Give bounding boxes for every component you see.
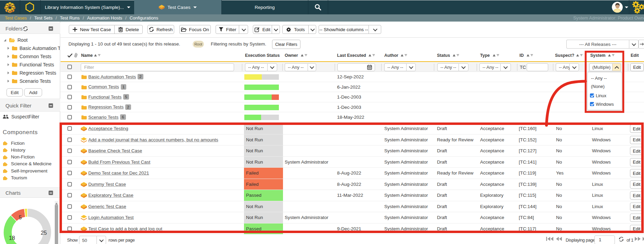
sort-arrows[interactable] [453, 54, 460, 57]
row-edit-button[interactable]: Edit [630, 225, 643, 233]
quick-filter-item[interactable]: SuspectFilter [0, 112, 60, 122]
id-filter-input[interactable] [527, 63, 548, 71]
breadcrumb-item-configurations[interactable]: Configurations [130, 15, 158, 21]
column-header-last-executed[interactable]: Last Executed [337, 53, 366, 58]
system-filter-button[interactable] [612, 63, 621, 71]
first-page-icon[interactable] [546, 237, 553, 241]
suspect-filter[interactable]: -- Any -- [556, 63, 579, 71]
row-edit-button[interactable]: Edit [630, 125, 643, 133]
column-header-id[interactable]: ID [519, 53, 524, 58]
row-checkbox[interactable] [67, 149, 72, 153]
test-case-link[interactable]: Exploratory Test Case [88, 193, 133, 198]
row-checkbox[interactable] [67, 95, 72, 99]
rows-per-page-select[interactable]: 50 [79, 236, 106, 244]
tree-collapsed-caret[interactable] [8, 63, 9, 66]
row-checkbox[interactable] [67, 171, 72, 175]
row-edit-button[interactable]: Edit [630, 136, 643, 144]
column-header-system[interactable]: System [590, 53, 605, 58]
column-header-status[interactable]: Status [437, 53, 450, 58]
sort-arrows[interactable] [369, 54, 376, 57]
row-checkbox[interactable] [67, 204, 72, 209]
tree-item-regression-tests[interactable]: Regression Tests [0, 69, 60, 77]
breadcrumb-item-test-sets[interactable]: Test Sets [34, 15, 52, 21]
test-case-link[interactable]: Baseline Check Test Case [88, 148, 142, 153]
folder-link[interactable]: Functional Tests [88, 94, 121, 100]
edit-button[interactable]: Edit [253, 25, 272, 34]
edit-columns-button[interactable]: Edit [630, 63, 644, 71]
column-header-suspect-[interactable]: Suspect? [555, 53, 574, 58]
tree-collapsed-caret[interactable] [8, 55, 9, 58]
component-item-science-medicine[interactable]: Science & Medicine [0, 160, 60, 167]
sort-arrows[interactable] [527, 54, 534, 57]
status-filter[interactable]: -- Any -- [437, 63, 468, 71]
row-edit-button[interactable]: Edit [630, 203, 643, 211]
test-case-link[interactable]: Demo Test case for Dec 2021 [88, 170, 149, 176]
component-item-non-fiction[interactable]: Non-Fiction [0, 154, 60, 160]
row-checkbox[interactable] [67, 105, 72, 110]
test-case-link[interactable]: Add a model journal that has account num… [88, 137, 218, 142]
show-hide-columns-select[interactable]: -- Show/hide columns -- [319, 25, 369, 34]
filter-button[interactable]: Filter [216, 25, 239, 34]
tree-expanded-caret[interactable] [3, 39, 7, 42]
refresh-page-icon[interactable] [619, 237, 624, 242]
rows-per-page-button[interactable] [96, 236, 106, 244]
release-filter[interactable]: --- All Releases --- [566, 40, 639, 49]
row-checkbox[interactable] [67, 75, 72, 79]
app-logo[interactable] [4, 1, 16, 14]
select-all-check-icon[interactable] [67, 53, 73, 57]
component-item-self-improvement[interactable]: Self-Improvement [0, 167, 60, 174]
row-edit-button[interactable]: Edit [630, 191, 643, 200]
admin-gears-icon[interactable] [632, 1, 644, 14]
sort-arrows[interactable] [94, 54, 102, 57]
folder-link[interactable]: Common Tests [88, 84, 119, 89]
row-edit-button[interactable]: Edit [630, 147, 643, 155]
folder-link[interactable]: Basic Automation Tests [88, 74, 136, 79]
component-item-tourism[interactable]: Tourism [0, 175, 60, 181]
tools-dropdown-button[interactable] [308, 25, 317, 34]
author-filter-button[interactable] [406, 63, 416, 71]
system-option[interactable]: -- Any -- [591, 76, 607, 81]
breadcrumb-item-automation-hosts[interactable]: Automation Hosts [87, 15, 122, 21]
component-item-fiction[interactable]: Fiction [0, 140, 60, 146]
tools-button[interactable]: Tools [283, 25, 308, 34]
row-edit-button[interactable]: Edit [630, 180, 643, 189]
refresh-icon[interactable] [23, 26, 28, 31]
row-edit-button[interactable]: Edit [630, 158, 643, 166]
row-edit-button[interactable]: Edit [630, 214, 643, 222]
column-header-name[interactable]: Name [81, 53, 93, 58]
test-case-link[interactable]: Acceptance Testing [88, 126, 128, 131]
tree-collapsed-caret[interactable] [8, 80, 9, 82]
system-filter[interactable]: (Multiple) [589, 63, 621, 71]
select-all-checkbox[interactable] [67, 65, 72, 69]
sort-arrows[interactable] [493, 54, 500, 57]
type-filter-button[interactable] [500, 63, 511, 71]
system-option-windows[interactable]: Windows [596, 102, 614, 107]
nav-tab-reporting[interactable]: Reporting [221, 0, 308, 14]
tree-item-basic-automation-tests[interactable]: Basic Automation Tests [0, 44, 60, 52]
tree-collapsed-caret[interactable] [8, 72, 9, 74]
checked-checkbox[interactable] [590, 102, 594, 106]
breadcrumb-item-test-cases[interactable]: Test Cases [5, 15, 27, 21]
owner-filter-button[interactable] [308, 63, 316, 71]
go-to-release-button[interactable] [639, 40, 644, 49]
edit-dropdown-button[interactable] [272, 25, 280, 34]
collapse-quick-filter-button[interactable] [49, 103, 53, 108]
row-checkbox[interactable] [67, 193, 72, 197]
clear-filters-button[interactable]: Clear Filters [272, 40, 300, 49]
name-filter-input[interactable]: Filter [81, 63, 234, 71]
last-page-icon[interactable] [643, 237, 644, 241]
sort-arrows[interactable] [301, 54, 308, 57]
row-checkbox[interactable] [67, 215, 72, 220]
system-option-linux[interactable]: Linux [596, 93, 606, 98]
component-item-history[interactable]: History [0, 146, 60, 153]
folder-link[interactable]: Regression Tests [88, 104, 124, 110]
collapse-charts-button[interactable] [49, 191, 53, 195]
show-hide-columns-dropdown-button[interactable] [369, 25, 382, 34]
column-header-author[interactable]: Author [384, 53, 398, 58]
column-header-edit[interactable]: Edit [631, 53, 639, 58]
breadcrumb-item-test-runs[interactable]: Test Runs [60, 15, 80, 21]
tree-collapsed-caret[interactable] [8, 47, 9, 50]
test-case-link[interactable]: Build From Previous Test Cast [88, 159, 150, 165]
row-edit-button[interactable]: Edit [630, 169, 643, 177]
folder-link[interactable]: Scenario Tests [88, 115, 118, 120]
